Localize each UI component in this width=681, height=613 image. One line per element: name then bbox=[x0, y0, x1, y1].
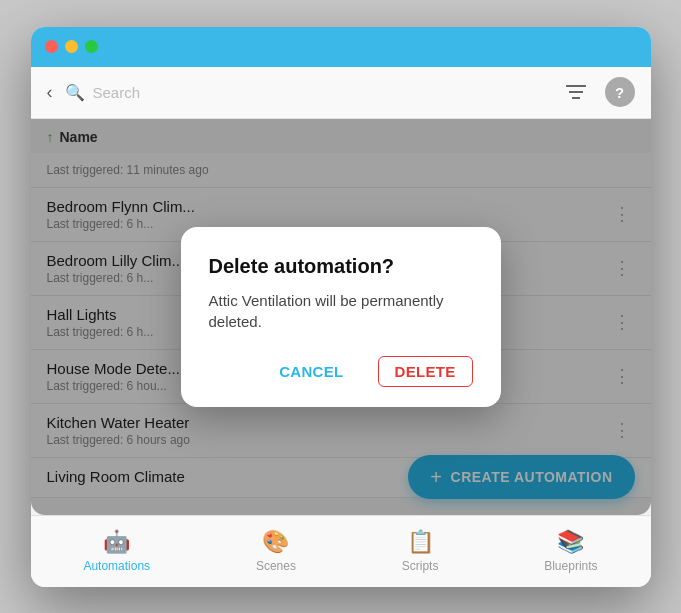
scripts-icon: 📋 bbox=[407, 529, 434, 555]
app-window: ‹ 🔍 Search ? ↑ Name bbox=[31, 27, 651, 587]
search-bar[interactable]: 🔍 Search bbox=[65, 83, 549, 102]
filter-icon[interactable] bbox=[561, 77, 591, 107]
maximize-button[interactable] bbox=[85, 40, 98, 53]
app-header: ‹ 🔍 Search ? bbox=[31, 67, 651, 119]
header-actions: ? bbox=[561, 77, 635, 107]
help-icon[interactable]: ? bbox=[605, 77, 635, 107]
title-bar bbox=[31, 27, 651, 67]
minimize-button[interactable] bbox=[65, 40, 78, 53]
nav-item-automations[interactable]: 🤖 Automations bbox=[67, 523, 166, 579]
back-button[interactable]: ‹ bbox=[47, 82, 53, 103]
scenes-label: Scenes bbox=[256, 559, 296, 573]
back-icon: ‹ bbox=[47, 82, 53, 103]
nav-item-blueprints[interactable]: 📚 Blueprints bbox=[528, 523, 613, 579]
close-button[interactable] bbox=[45, 40, 58, 53]
scripts-label: Scripts bbox=[402, 559, 439, 573]
delete-button[interactable]: DELETE bbox=[378, 356, 473, 387]
search-icon: 🔍 bbox=[65, 83, 85, 102]
dialog-title: Delete automation? bbox=[209, 255, 473, 278]
search-placeholder: Search bbox=[93, 84, 141, 101]
nav-item-scripts[interactable]: 📋 Scripts bbox=[386, 523, 455, 579]
delete-dialog: Delete automation? Attic Ventilation wil… bbox=[181, 227, 501, 407]
automations-icon: 🤖 bbox=[103, 529, 130, 555]
dialog-overlay: Delete automation? Attic Ventilation wil… bbox=[31, 119, 651, 515]
scenes-icon: 🎨 bbox=[262, 529, 289, 555]
automations-label: Automations bbox=[83, 559, 150, 573]
bottom-navigation: 🤖 Automations 🎨 Scenes 📋 Scripts 📚 Bluep… bbox=[31, 515, 651, 587]
traffic-lights bbox=[45, 40, 98, 53]
cancel-button[interactable]: CANCEL bbox=[269, 356, 353, 387]
dialog-body: Attic Ventilation will be permanently de… bbox=[209, 290, 473, 332]
nav-item-scenes[interactable]: 🎨 Scenes bbox=[240, 523, 312, 579]
blueprints-icon: 📚 bbox=[557, 529, 584, 555]
dialog-actions: CANCEL DELETE bbox=[209, 356, 473, 387]
blueprints-label: Blueprints bbox=[544, 559, 597, 573]
content-area: ↑ Name Last triggered: 11 minutes ago Be… bbox=[31, 119, 651, 515]
